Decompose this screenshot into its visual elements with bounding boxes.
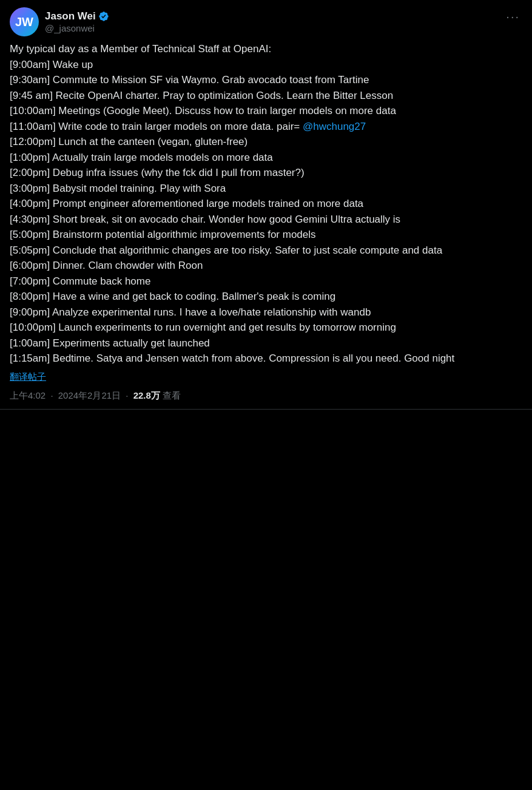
tweet-line-14: [5:05pm] Conclude that algorithmic chang… [10, 243, 522, 258]
translate-link[interactable]: 翻译帖子 [10, 371, 522, 383]
tweet-header-left: JW Jason Wei @_jasonwei [10, 7, 109, 36]
tweet-line-19: [10:00pm] Launch experiments to run over… [10, 320, 522, 336]
tweet-meta: 上午4:02 · 2024年2月21日 · 22.8万 查看 [10, 390, 522, 402]
tweet-line-11: [4:00pm] Prompt engineer aforementioned … [10, 196, 522, 212]
tweet-line-7: [12:00pm] Lunch at the canteen (vegan, g… [10, 134, 522, 150]
more-options-button[interactable]: ··· [503, 7, 522, 26]
mention-link[interactable]: @hwchung27 [303, 121, 366, 132]
tweet-time: 上午4:02 [10, 390, 45, 400]
display-name-row: Jason Wei [45, 10, 109, 22]
tweet-line-20: [1:00am] Experiments actually get launch… [10, 336, 522, 351]
tweet-line-8: [1:00pm] Actually train large models mod… [10, 150, 522, 166]
user-info: Jason Wei @_jasonwei [45, 10, 109, 33]
tweet-line-2: [9:00am] Wake up [10, 57, 522, 73]
verified-badge-icon [98, 11, 109, 22]
tweet-body: My typical day as a Member of Technical … [10, 41, 522, 366]
tweet-line-4: [9:45 am] Recite OpenAI charter. Pray to… [10, 88, 522, 104]
tweet-line-10: [3:00pm] Babysit model training. Play wi… [10, 181, 522, 197]
tweet-line-13: [5:00pm] Brainstorm potential algorithmi… [10, 227, 522, 243]
tweet-line-17: [8:00pm] Have a wine and get back to cod… [10, 289, 522, 305]
tweet-line-1: My typical day as a Member of Technical … [10, 41, 522, 57]
username: @_jasonwei [45, 23, 109, 33]
tweet-line-3: [9:30am] Commute to Mission SF via Waymo… [10, 72, 522, 88]
tweet-line-16: [7:00pm] Commute back home [10, 274, 522, 289]
tweet-views-label: 查看 [163, 390, 181, 400]
tweet-line-9: [2:00pm] Debug infra issues (why the fck… [10, 165, 522, 181]
tweet-views-count: 22.8万 [133, 390, 160, 400]
tweet-card: JW Jason Wei @_jasonwei ··· My typical d… [0, 0, 532, 410]
display-name: Jason Wei [45, 10, 96, 22]
tweet-line-12: [4:30pm] Short break, sit on avocado cha… [10, 212, 522, 228]
dot-separator-2: · [126, 390, 128, 400]
tweet-date: 2024年2月21日 [58, 390, 121, 400]
tweet-line-18: [9:00pm] Analyze experimental runs. I ha… [10, 305, 522, 320]
tweet-line-15: [6:00pm] Dinner. Clam chowder with Roon [10, 258, 522, 274]
tweet-line-21: [1:15am] Bedtime. Satya and Jensen watch… [10, 351, 522, 366]
tweet-line-6: [11:00am] Write code to train larger mod… [10, 119, 522, 135]
tweet-line-5: [10:00am] Meetings (Google Meet). Discus… [10, 103, 522, 119]
dot-separator-1: · [50, 390, 53, 400]
tweet-header: JW Jason Wei @_jasonwei ··· [10, 7, 522, 36]
avatar: JW [10, 7, 39, 36]
